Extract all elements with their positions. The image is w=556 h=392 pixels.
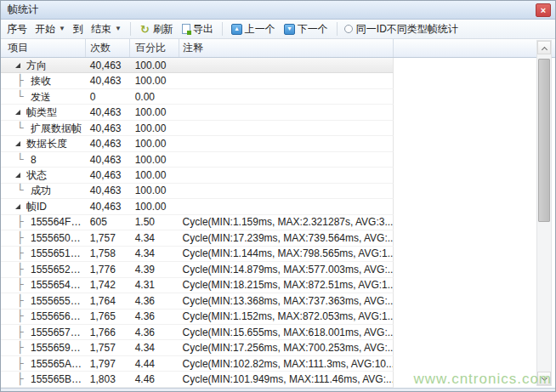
previous-button[interactable]: ▲ 上一个 (230, 21, 277, 37)
row-percent: 100.00 (130, 168, 179, 183)
refresh-label: 刷新 (153, 22, 173, 37)
tree-expander-icon[interactable] (15, 204, 20, 209)
table-row[interactable]: ├ 接收 40,463 100.00 (1, 73, 394, 88)
next-label: 下一个 (298, 22, 328, 37)
scroll-down-button[interactable] (537, 372, 551, 385)
table-row[interactable]: ├ 1555650… 1,757 4.34 Cycle(MIN:17.239ms… (1, 230, 394, 246)
table-row[interactable]: ├ 1555651… 1,758 4.34 Cycle(MIN:1.144ms,… (1, 247, 394, 262)
tree-expander-icon[interactable] (15, 141, 20, 146)
vertical-scrollbar[interactable] (536, 40, 552, 386)
end-dropdown[interactable]: 结束 ▼ (89, 21, 123, 37)
table-row[interactable]: 方向 40,463 100.00 (1, 58, 394, 73)
column-header-empty (394, 39, 555, 57)
table-row[interactable]: 帧类型 40,463 100.00 (1, 105, 394, 120)
table-row[interactable]: ├ 1555657… 1,766 4.36 Cycle(MIN:15.655ms… (1, 325, 394, 340)
item-cell: 状态 (1, 168, 86, 183)
table-row[interactable]: 帧ID 40,463 100.00 (1, 199, 394, 214)
row-count: 40,463 (86, 58, 130, 73)
tree-connector: └ (17, 121, 28, 136)
start-dropdown[interactable]: 开始 ▼ (33, 21, 67, 37)
row-count: 605 (86, 214, 130, 230)
row-label: 1555652… (31, 262, 81, 277)
table-row[interactable]: ├ 1555656… 1,765 4.36 Cycle(MIN:1.152ms,… (1, 310, 394, 325)
radio-icon (344, 25, 353, 33)
tree-connector: └ (17, 183, 28, 198)
item-cell: └ 8 (1, 152, 86, 168)
row-comment: Cycle(MIN:101.949ms, MAX:111.46ms, AVG:.… (179, 372, 393, 387)
row-count: 40,463 (86, 73, 130, 88)
refresh-icon: ↻ (139, 23, 150, 36)
row-percent: 4.34 (130, 230, 179, 246)
row-percent: 4.36 (130, 325, 179, 340)
titlebar[interactable]: 帧统计 × (1, 1, 555, 20)
table-row[interactable]: ├ 1555659… 1,757 4.34 Cycle(MIN:17.256ms… (1, 340, 394, 355)
row-label: 8 (31, 152, 37, 168)
row-percent: 100.00 (130, 136, 179, 151)
export-button[interactable]: 导出 (180, 21, 215, 37)
toolbar-separator (222, 22, 223, 36)
table-row[interactable]: 状态 40,463 100.00 (1, 168, 394, 183)
refresh-button[interactable]: ↻ 刷新 (138, 21, 175, 37)
tree-expander-icon[interactable] (15, 63, 20, 68)
row-comment: Cycle(MIN:1.152ms, MAX:872.053ms, AVG:1.… (179, 309, 393, 324)
table-row[interactable]: ├ 1555654… 1,742 4.31 Cycle(MIN:18.215ms… (1, 278, 394, 293)
table-row[interactable]: ├ 155564F0… 605 1.50 Cycle(MIN:1.159ms, … (1, 215, 394, 230)
item-cell: 帧ID (1, 199, 86, 214)
tree-connector: ├ (17, 73, 28, 88)
toolbar-separator (337, 22, 338, 36)
row-label: 接收 (31, 73, 51, 88)
column-header-percent[interactable]: 百分比 (130, 39, 179, 57)
table-row[interactable]: └ 8 40,463 100.00 (1, 152, 394, 168)
row-percent: 4.31 (130, 277, 179, 293)
item-cell: ├ 接收 (1, 73, 86, 88)
tree-connector: ├ (17, 262, 28, 277)
column-header-comment[interactable]: 注释 (179, 39, 394, 57)
tree-expander-icon[interactable] (15, 173, 20, 178)
row-count: 0 (86, 89, 130, 105)
row-label: 状态 (26, 168, 47, 183)
table-row[interactable]: └ 扩展数据帧 40,463 100.00 (1, 121, 394, 136)
sequence-label: 序号 (6, 22, 28, 37)
row-label: 1555656… (31, 309, 81, 324)
export-label: 导出 (193, 22, 213, 37)
close-button[interactable]: × (536, 3, 551, 17)
row-percent: 100.00 (130, 105, 179, 120)
tree-expander-icon[interactable] (15, 110, 20, 115)
column-header-count[interactable]: 次数 (86, 39, 130, 57)
table-row[interactable]: 数据长度 40,463 100.00 (1, 136, 394, 151)
same-id-type-radio[interactable]: 同一ID不同类型帧统计 (344, 22, 458, 37)
tree-connector: ├ (17, 309, 28, 324)
row-percent: 100.00 (130, 199, 179, 214)
row-label: 数据长度 (26, 136, 67, 151)
row-label: 1555650… (31, 230, 81, 246)
next-button[interactable]: ▼ 下一个 (282, 21, 330, 37)
table-row[interactable]: ├ 1555655… 1,764 4.36 Cycle(MIN:13.368ms… (1, 293, 394, 309)
table-row[interactable]: ├ 1555652… 1,776 4.39 Cycle(MIN:14.879ms… (1, 262, 394, 277)
scroll-up-button[interactable] (537, 41, 551, 54)
start-dropdown-label: 开始 (35, 22, 55, 37)
row-count: 1,757 (86, 340, 130, 355)
table-row[interactable]: └ 发送 0 0.00 (1, 89, 394, 105)
column-header-item[interactable]: 项目 (1, 39, 86, 57)
row-percent: 0.00 (130, 89, 179, 105)
chevron-down-icon: ▼ (59, 26, 65, 32)
tree-connector: ├ (17, 293, 28, 309)
row-count: 1,757 (86, 230, 130, 246)
tree-connector: ├ (17, 325, 28, 340)
row-count: 40,463 (86, 105, 130, 120)
row-count: 40,463 (86, 121, 130, 136)
table-row[interactable]: └ 成功 40,463 100.00 (1, 184, 394, 199)
scrollbar-thumb[interactable] (538, 59, 550, 222)
tree-connector: ├ (17, 277, 28, 293)
toolbar: 序号 开始 ▼ 到 结束 ▼ ↻ 刷新 导出 ▲ 上一个 ▼ 下一个 (1, 20, 555, 39)
row-label: 方向 (26, 58, 47, 73)
table-row[interactable]: ├ 155565B… 1,803 4.46 Cycle(MIN:101.949m… (1, 372, 394, 387)
item-cell: ├ 155564F0… (1, 214, 86, 230)
row-comment: Cycle(MIN:1.144ms, MAX:798.565ms, AVG:1.… (179, 246, 393, 261)
statistics-table: 项目 次数 百分比 注释 方向 40,463 100.00 ├ 接收 40,46… (1, 39, 555, 388)
table-row[interactable]: ├ 155565A… 1,797 4.44 Cycle(MIN:102.82ms… (1, 356, 394, 372)
tree-connector: └ (17, 89, 28, 105)
item-cell: └ 扩展数据帧 (1, 121, 86, 136)
row-comment: Cycle(MIN:15.655ms, MAX:618.001ms, AVG:.… (179, 325, 393, 340)
item-cell: 方向 (1, 58, 86, 73)
